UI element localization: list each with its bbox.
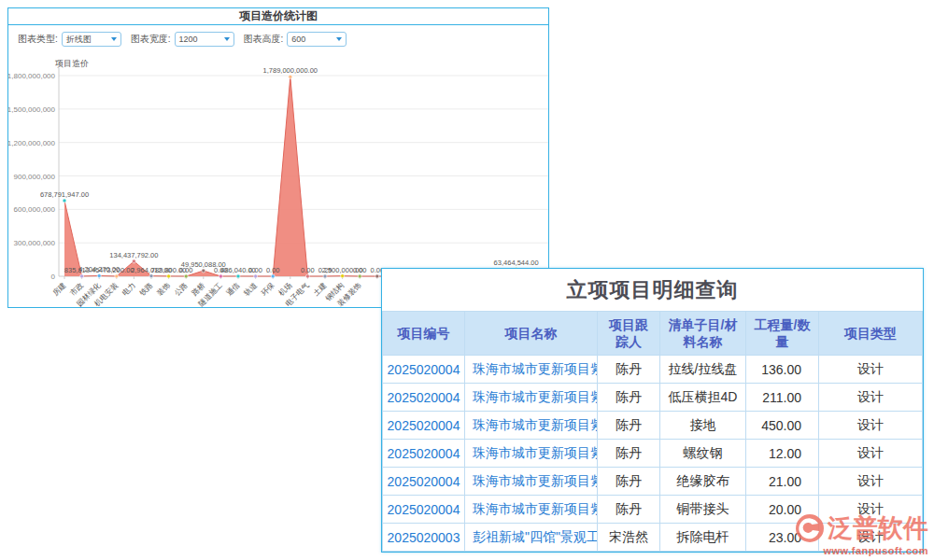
chevron-down-icon	[224, 37, 230, 41]
project-name-link[interactable]: 珠海市城市更新项目紫桐	[465, 384, 598, 412]
y-axis-tick-label: 900,000,000	[14, 173, 56, 181]
table-row: 2025020004珠海市城市更新项目紫桐陈丹低压横担4D211.00设计	[383, 384, 923, 412]
table-row: 2025020004珠海市城市更新项目紫桐陈丹拉线/拉线盘136.00设计	[383, 356, 923, 384]
data-point-marker	[271, 274, 275, 278]
tracker-cell: 陈丹	[598, 356, 660, 384]
table-row: 2025020004珠海市城市更新项目紫桐陈丹螺纹钢12.00设计	[383, 440, 923, 468]
tracker-cell: 陈丹	[598, 384, 660, 412]
tracker-cell: 宋浩然	[598, 524, 660, 552]
data-point-label: 678,791,947.00	[40, 190, 89, 199]
chart-width-value: 1200	[179, 35, 198, 44]
project-name-link[interactable]: 珠海市城市更新项目紫桐	[465, 412, 598, 440]
data-point-marker	[254, 274, 258, 278]
data-point-marker	[149, 274, 153, 278]
data-point-label: 473,200.00	[99, 266, 134, 274]
data-point-marker	[167, 274, 171, 278]
project-id-link[interactable]: 2025020004	[383, 496, 465, 524]
project-name-link[interactable]: 珠海市城市更新项目紫桐	[465, 356, 598, 384]
query-window-title: 立项项目明细查询	[567, 276, 739, 304]
item-name-cell: 低压横担4D	[660, 384, 746, 412]
x-axis-category-label: 电力	[120, 281, 137, 298]
chart-window-title: 项目造价统计图	[239, 8, 318, 24]
chart-window-titlebar: 项目造价统计图	[8, 8, 548, 25]
vendor-watermark: 泛普软件 www.fanpusoft.com	[794, 511, 928, 556]
data-point-marker	[97, 273, 101, 277]
type-cell: 设计	[819, 412, 923, 440]
data-point-marker	[80, 274, 84, 278]
quantity-cell: 450.00	[746, 412, 819, 440]
chart-width-label: 图表宽度:	[131, 33, 171, 46]
chart-height-group: 图表高度: 600	[244, 32, 347, 47]
data-point-marker	[289, 75, 292, 78]
item-name-cell: 铜带接头	[660, 496, 746, 524]
column-header-5: 项目类型	[819, 312, 923, 356]
type-cell: 设计	[819, 468, 923, 496]
table-header-row: 项目编号项目名称项目跟踪人清单子目/材料名称工程量/数量项目类型	[383, 312, 923, 356]
project-name-link[interactable]: 珠海市城市更新项目紫桐	[465, 468, 598, 496]
type-cell: 设计	[819, 440, 923, 468]
item-name-cell: 螺纹钢	[660, 440, 746, 468]
project-id-link[interactable]: 2025020004	[383, 384, 465, 412]
vendor-url-text: www.fanpusoft.com	[823, 545, 928, 556]
x-axis-category-label: 轨道	[242, 281, 259, 298]
data-point-marker	[202, 269, 205, 273]
project-id-link[interactable]: 2025020004	[383, 412, 465, 440]
data-point-marker	[375, 274, 379, 278]
column-header-2: 项目跟踪人	[598, 312, 660, 356]
tracker-cell: 陈丹	[598, 468, 660, 496]
project-name-link[interactable]: 珠海市城市更新项目紫桐	[465, 440, 598, 468]
x-axis-category-label: 装饰	[155, 281, 172, 298]
x-axis-category-label: 房建	[51, 281, 68, 298]
y-axis-tick-label: 1,200,000,000	[8, 139, 56, 147]
y-axis-title: 项目造价	[55, 59, 89, 68]
data-point-marker	[219, 274, 222, 278]
tracker-cell: 陈丹	[598, 440, 660, 468]
vendor-brand-text: 泛普软件	[828, 511, 928, 545]
chart-height-select[interactable]: 600	[287, 32, 347, 47]
column-header-3: 清单子目/材料名称	[660, 312, 746, 356]
tracker-cell: 陈丹	[598, 496, 660, 524]
quantity-cell: 12.00	[746, 440, 819, 468]
column-header-1: 项目名称	[465, 312, 598, 356]
project-id-link[interactable]: 2025020004	[383, 356, 465, 384]
data-point-marker	[305, 274, 309, 278]
data-point-label: 0.00	[301, 266, 315, 274]
chart-type-select[interactable]: 折线图	[62, 32, 121, 47]
quantity-cell: 21.00	[746, 468, 819, 496]
data-point-marker	[115, 274, 119, 278]
type-cell: 设计	[819, 356, 923, 384]
item-name-cell: 接地	[660, 412, 746, 440]
chart-type-group: 图表类型: 折线图	[18, 32, 121, 47]
x-axis-category-label: 公路	[173, 281, 190, 298]
y-axis-tick-label: 300,000,000	[14, 239, 56, 247]
project-name-link[interactable]: 彭祖新城"四馆"景观工程	[465, 524, 598, 552]
query-window: 立项项目明细查询 项目编号项目名称项目跟踪人清单子目/材料名称工程量/数量项目类…	[381, 268, 924, 553]
project-name-link[interactable]: 珠海市城市更新项目紫桐	[465, 496, 598, 524]
chart-height-label: 图表高度:	[244, 33, 284, 46]
x-axis-category-label: 环保	[259, 281, 276, 298]
query-window-titlebar: 立项项目明细查询	[382, 269, 923, 311]
fanpu-logo-icon	[794, 512, 826, 544]
project-id-link[interactable]: 2025020003	[383, 524, 465, 552]
chart-toolbar: 图表类型: 折线图 图表宽度: 1200 图表高度: 600	[8, 25, 548, 53]
item-name-cell: 拉线/拉线盘	[660, 356, 746, 384]
data-point-label: 1,789,000,000.00	[263, 66, 318, 75]
project-id-link[interactable]: 2025020004	[383, 468, 465, 496]
data-point-label: 0.00	[266, 266, 280, 274]
y-axis-tick-label: 0	[51, 273, 56, 281]
quantity-cell: 211.00	[746, 384, 819, 412]
chart-width-group: 图表宽度: 1200	[131, 32, 234, 47]
tracker-cell: 陈丹	[598, 412, 660, 440]
column-header-0: 项目编号	[383, 312, 465, 356]
chart-width-select[interactable]: 1200	[175, 32, 234, 47]
data-point-marker	[184, 274, 188, 278]
y-axis-tick-label: 1,500,000,000	[8, 105, 56, 114]
chart-height-value: 600	[291, 35, 305, 44]
item-name-cell: 绝缘胶布	[660, 468, 746, 496]
chart-type-label: 图表类型:	[18, 33, 58, 46]
chart-type-value: 折线图	[66, 34, 92, 46]
data-point-marker	[132, 259, 135, 263]
x-axis-category-label: 铁路	[137, 281, 154, 298]
project-id-link[interactable]: 2025020004	[383, 440, 465, 468]
data-point-marker	[236, 274, 240, 278]
